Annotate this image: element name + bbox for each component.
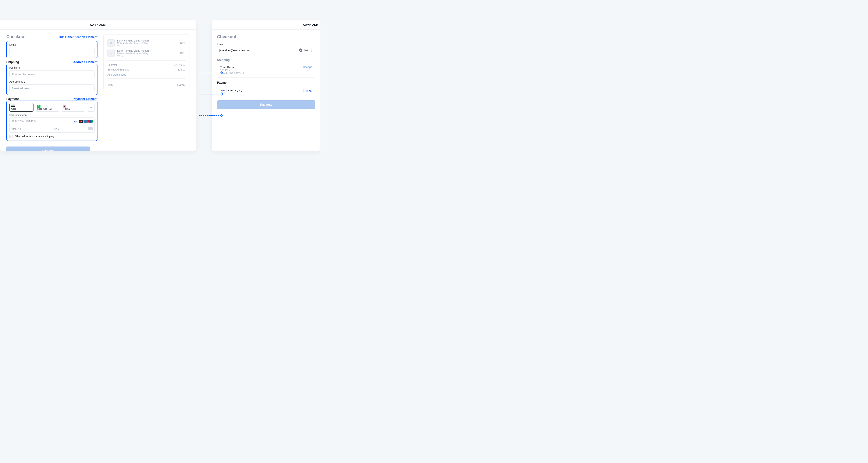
shipping-section-title: Shipping [217,58,315,62]
card-info-label: Card information [9,114,94,116]
page-title: Checkout [217,34,315,39]
product-thumbnail-icon [107,39,115,46]
email-input[interactable] [9,47,94,55]
svg-rect-7 [111,41,111,42]
shipping-section-title: Shipping [6,60,19,64]
svg-rect-1 [11,105,14,106]
email-label: Email [9,43,94,46]
payment-tab-klarna[interactable]: K. Klarna [61,103,85,111]
payment-element: Card $ Cash App Pay K. Klarn [6,101,97,141]
link-authentication-element: Email [6,41,97,58]
svg-rect-0 [11,105,14,107]
saved-payment-card: VISA •••• 4242 Change [217,86,315,95]
payment-tab-card-label: Card [11,107,32,110]
card-icon [11,105,14,107]
product-thumbnail-icon [107,49,115,57]
cart-item-price: $325 [180,52,185,55]
subtotal-value: $2,840.00 [174,64,185,66]
brand-logo: KAVHOLM [0,20,196,30]
address-line1-input[interactable] [9,85,94,92]
shipping-addr-line1: 123 Pike St [220,69,245,72]
change-payment-link[interactable]: Change [303,89,312,92]
svg-text:$: $ [38,105,39,107]
element-label-link-auth: Link Authentication Element [58,35,98,39]
element-label-payment: Payment Element [73,97,97,101]
full-name-label: Full name [9,66,94,69]
payment-tab-cashapp[interactable]: $ Cash App Pay [35,103,59,111]
shipping-est-label: Estimated Shipping [107,68,129,71]
total-label: Total [107,83,113,87]
cvc-icon [88,127,93,130]
shipping-addr-line2: Seattle, WA 98122 US [220,72,245,75]
add-promo-link[interactable]: Add promo code [107,72,185,76]
cart-item-name: Dusk Hanging Lamp Modern [117,49,177,52]
shipping-name: Theo Parker [220,66,245,69]
card-brand-icons: VISA [74,120,93,123]
cart-item-variant: Matte Anthracite · Large · Ceiling [117,52,177,55]
link-text: link [304,49,308,52]
payment-section-title: Payment [217,81,315,84]
kebab-menu-icon[interactable]: ⋮ [310,48,313,52]
checkout-builder-panel: KAVHOLM Checkout Link Authentication Ele… [0,20,196,151]
payment-section-title: Payment [6,97,19,101]
unionpay-icon [88,120,93,123]
address-element: Full name Address line 1 [6,64,97,95]
cart-item: Dusk Hanging Lamp Modern Matte Anthracit… [107,38,185,48]
subtotal-label: Subtotal [107,64,117,66]
address-line1-label: Address line 1 [9,80,94,83]
full-name-input[interactable] [9,70,94,78]
mastercard-icon [79,120,83,123]
cashapp-icon: $ [37,105,40,107]
total-value: $99.00 [177,83,185,87]
email-label: Email [217,43,223,46]
cart-item-price: $325 [180,41,185,44]
more-icon: ··· [90,106,92,109]
amex-icon [84,120,88,123]
billing-same-label: Billing address is same as shipping [14,135,54,138]
brand-logo: KAVHOLM [212,20,320,30]
change-shipping-link[interactable]: Change [303,66,312,69]
svg-text:K.: K. [64,105,66,107]
shipping-address-card: Theo Parker 123 Pike St Seattle, WA 9812… [217,63,315,77]
card-last4: •••• 4242 [228,89,243,92]
page-title: Checkout [6,34,26,39]
cart-item: Dusk Hanging Lamp Modern Matte Anthracit… [107,48,185,58]
cart-item-qty: Qty: 1 [117,55,177,57]
visa-icon: VISA [74,120,78,123]
shipping-est-value: $15.00 [178,68,185,71]
card-expiry-input[interactable] [9,125,52,132]
checkout-result-panel: KAVHOLM Checkout Email jane.diaz@example… [212,20,320,151]
pay-now-button[interactable]: Pay now [217,100,315,109]
link-badge-icon: ➤ [299,48,302,52]
cart-item-qty: Qty: 1 [117,44,177,47]
payment-tab-more[interactable]: ··· [87,103,94,111]
klarna-icon: K. [63,105,66,107]
order-summary-card: Dusk Hanging Lamp Modern Matte Anthracit… [103,34,189,90]
billing-same-checkbox[interactable]: ✓ [9,135,13,138]
pay-now-button[interactable]: Pay now [6,146,90,151]
email-value: jane.diaz@example.com [219,49,250,52]
element-label-address: Address Element [73,60,97,64]
cart-item-variant: Matte Anthracite · Large · Ceiling [117,42,177,44]
payment-tab-cashapp-label: Cash App Pay [37,107,57,110]
payment-tab-card[interactable]: Card [9,103,33,111]
email-display[interactable]: jane.diaz@example.com ➤ link ⋮ [217,46,315,55]
svg-rect-8 [111,52,111,53]
cart-item-name: Dusk Hanging Lamp Modern [117,39,177,42]
payment-tab-klarna-label: Klarna [63,107,83,110]
